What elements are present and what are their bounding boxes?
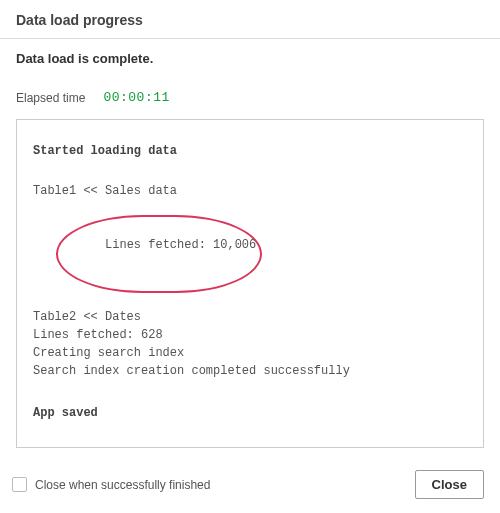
log-section-finished: Finished successfully [33, 446, 467, 448]
log-line: Table2 << Dates [33, 308, 467, 326]
close-when-finished-checkbox[interactable] [12, 477, 27, 492]
dialog-title: Data load progress [16, 12, 484, 28]
dialog-header: Data load progress [0, 0, 500, 39]
elapsed-row: Elapsed time 00:00:11 [0, 72, 500, 119]
log-section-started: Started loading data [33, 142, 467, 160]
status-text: Data load is complete. [16, 51, 484, 66]
dialog-footer: Close when successfully finished Close [0, 458, 500, 513]
log-section-saved: App saved [33, 404, 467, 422]
log-line-text: Lines fetched: 10,006 [105, 238, 256, 252]
elapsed-value: 00:00:11 [103, 90, 169, 105]
log-line: Lines fetched: 628 [33, 326, 467, 344]
close-button[interactable]: Close [415, 470, 484, 499]
status-bar: Data load is complete. [0, 39, 500, 72]
log-line: Table1 << Sales data [33, 182, 467, 200]
log-line: Creating search index [33, 344, 467, 362]
highlight-oval [56, 215, 262, 293]
elapsed-label: Elapsed time [16, 91, 85, 105]
log-output[interactable]: Started loading data Table1 << Sales dat… [16, 119, 484, 448]
log-line-highlighted: Lines fetched: 10,006 [33, 200, 467, 308]
close-when-finished-row: Close when successfully finished [12, 477, 210, 492]
log-line: Search index creation completed successf… [33, 362, 467, 380]
close-when-finished-label: Close when successfully finished [35, 478, 210, 492]
highlight-annotation: Lines fetched: 10,006 [62, 218, 256, 290]
